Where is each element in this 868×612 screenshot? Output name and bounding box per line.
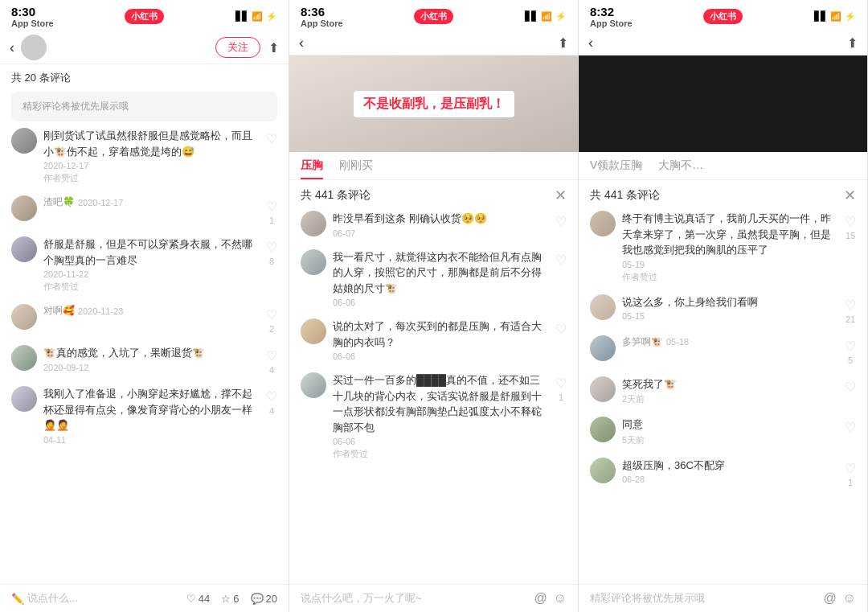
- comment-icon: 💬: [251, 593, 264, 605]
- section-header-2: 共 441 条评论 ✕: [289, 180, 578, 211]
- comment-user: 渣吧🍀 2020-12-17: [43, 195, 260, 209]
- comment-body: 买过一件一百多的████真的不值，还不如三十几块的背心内衣，实话实说舒服是舒服到…: [333, 372, 549, 460]
- follow-button[interactable]: 关注: [215, 37, 260, 58]
- battery-icon-1: ⚡: [266, 11, 277, 22]
- input-label-1: 说点什么...: [27, 591, 78, 606]
- comment-like[interactable]: ♡: [555, 249, 567, 308]
- avatar: [301, 211, 326, 236]
- tab-just-bought[interactable]: 刚刚买: [339, 152, 373, 179]
- comment-like[interactable]: ♡ 15: [845, 211, 856, 283]
- heart-icon: ♡: [845, 461, 856, 476]
- comment-like[interactable]: ♡: [555, 318, 567, 361]
- comment-input-1[interactable]: ✏️ 说点什么...: [11, 591, 174, 606]
- star-stat[interactable]: ☆ 6: [221, 593, 239, 605]
- comment-like[interactable]: ♡: [845, 417, 856, 446]
- app-store-label-3: App Store: [590, 18, 633, 28]
- comment-text: 终于有博主说真话了，我前几天买的一件，昨天拿来穿了，第一次穿，虽然我是平胸，但是…: [622, 211, 838, 258]
- comment-item: 🐮真的感觉，入坑了，果断退货🐮 2020-09-12 ♡ 4: [11, 345, 277, 375]
- comment-like[interactable]: ♡: [555, 211, 567, 238]
- comment-like[interactable]: ♡ 4: [266, 345, 277, 375]
- comment-item: 终于有博主说真话了，我前几天买的一件，昨天拿来穿了，第一次穿，虽然我是平胸，但是…: [590, 211, 856, 283]
- comment-like[interactable]: ♡: [266, 128, 277, 184]
- comment-like[interactable]: ♡ 1: [845, 458, 856, 487]
- like-count: 2: [269, 324, 274, 334]
- nav-bar-2: ‹ ⬆: [289, 31, 578, 55]
- heart-icon: ♡: [186, 593, 196, 605]
- close-button-2[interactable]: ✕: [555, 187, 567, 204]
- time-1: 8:30: [11, 5, 35, 18]
- comment-date: 05-15: [622, 311, 838, 321]
- comment-item: 对啊🥰 2020-11-23 ♡ 2: [11, 304, 277, 334]
- status-left-1: 8:30 App Store: [11, 5, 54, 28]
- comment-item: 笑死我了🐮 2天前 ♡: [590, 376, 856, 406]
- wifi-icon-1: ▋▋: [235, 11, 248, 22]
- post-image-3: [579, 55, 867, 152]
- emoji-icon-3[interactable]: ☺: [843, 591, 856, 606]
- back-button-1[interactable]: ‹: [10, 39, 14, 56]
- back-button-3[interactable]: ‹: [588, 35, 593, 51]
- comment-item: 昨没早看到这条 刚确认收货🥺🥺 06-07 ♡: [301, 211, 567, 238]
- bottom-bar-3: 精彩评论将被优先展示哦 @ ☺: [579, 584, 867, 612]
- nav-actions-1: 关注 ⬆: [215, 37, 279, 58]
- like-stat[interactable]: ♡ 44: [186, 593, 210, 605]
- avatar-1: [21, 35, 47, 60]
- share-icon-1[interactable]: ⬆: [268, 40, 279, 55]
- heart-icon: ♡: [845, 380, 856, 395]
- comment-like[interactable]: ♡ 21: [845, 294, 856, 324]
- share-icon-3[interactable]: ⬆: [847, 36, 858, 50]
- comment-text: 买过一件一百多的████真的不值，还不如三十几块的背心内衣，实话实说舒服是舒服到…: [333, 372, 549, 435]
- avatar: [301, 372, 326, 398]
- status-bar-1: 8:30 App Store 小红书 ▋▋ 📶 ⚡: [0, 0, 289, 31]
- tab-pressure[interactable]: 压胸: [301, 152, 323, 179]
- like-count: 1: [559, 392, 563, 402]
- heart-icon: ♡: [266, 348, 277, 364]
- comment-date: 05-19: [622, 260, 838, 269]
- heart-icon: ♡: [266, 131, 277, 146]
- author-liked: 作者赞过: [333, 448, 549, 460]
- time-3: 8:32: [590, 5, 614, 18]
- signal-icon-3: 📶: [830, 11, 841, 22]
- signals-3: ▋▋ 📶 ⚡: [814, 11, 856, 22]
- comment-like[interactable]: ♡ 1: [555, 372, 567, 460]
- like-count: 15: [845, 231, 855, 240]
- avatar: [590, 417, 616, 442]
- like-count: 21: [845, 314, 855, 324]
- comment-like[interactable]: ♡ 2: [266, 304, 277, 334]
- tabs-row-3: V领款压胸 大胸不…: [579, 152, 867, 180]
- comment-stat[interactable]: 💬 20: [251, 593, 277, 605]
- close-button-3[interactable]: ✕: [844, 187, 856, 204]
- back-button-2[interactable]: ‹: [299, 35, 304, 51]
- comment-item: 说这么多，你上身给我们看啊 05-15 ♡ 21: [590, 294, 856, 324]
- comment-like[interactable]: ♡ 1: [266, 195, 277, 225]
- at-icon-2[interactable]: @: [534, 591, 547, 606]
- comment-text: 昨没早看到这条 刚确认收货🥺🥺: [333, 211, 549, 227]
- avatar: [590, 335, 616, 361]
- comment-like[interactable]: ♡ 5: [845, 335, 856, 365]
- tab-big-chest[interactable]: 大胸不…: [658, 152, 703, 179]
- comment-text: 我一看尺寸，就觉得这内衣不能给但凡有点胸的人穿，按照它的尺寸，那胸都是前后不分得…: [333, 249, 549, 297]
- battery-icon-3: ⚡: [845, 11, 856, 22]
- bottom-bar-2: 说点什么吧，万一火了呢~ @ ☺: [289, 584, 578, 612]
- comment-count-3: 共 441 条评论: [590, 188, 660, 203]
- comment-date: 5天前: [622, 434, 838, 446]
- comment-text: 刚到货试了试虽然很舒服但是感觉略松，而且小🐮伤不起，穿着感觉是垮的😅: [43, 128, 260, 159]
- comment-item: 买过一件一百多的████真的不值，还不如三十几块的背心内衣，实话实说舒服是舒服到…: [301, 372, 567, 460]
- tab-v-neck[interactable]: V领款压胸: [590, 152, 642, 179]
- comment-text: 舒服是舒服，但是不可以穿紧身衣服，不然哪个胸型真的一言难尽: [43, 236, 260, 268]
- comment-like[interactable]: ♡ 8: [266, 236, 277, 293]
- heart-icon: ♡: [266, 240, 277, 255]
- share-icon-2[interactable]: ⬆: [558, 35, 568, 51]
- comment-input-placeholder-3[interactable]: 精彩评论将被优先展示哦: [590, 591, 817, 606]
- comment-item: 我一看尺寸，就觉得这内衣不能给但凡有点胸的人穿，按照它的尺寸，那胸都是前后不分得…: [301, 249, 567, 308]
- comment-like[interactable]: ♡ 4: [266, 386, 277, 445]
- avatar: [590, 458, 616, 483]
- comment-text: 超级压胸，36C不配穿: [622, 458, 838, 474]
- comment-input-placeholder-2[interactable]: 说点什么吧，万一火了呢~: [301, 591, 527, 606]
- emoji-icon-2[interactable]: ☺: [554, 591, 567, 606]
- avatar: [11, 236, 37, 262]
- at-icon-3[interactable]: @: [823, 591, 836, 606]
- comment-body: 我一看尺寸，就觉得这内衣不能给但凡有点胸的人穿，按照它的尺寸，那胸都是前后不分得…: [333, 249, 549, 308]
- comment-like[interactable]: ♡: [845, 376, 856, 406]
- comment-count-1: 共 20 条评论: [0, 64, 289, 88]
- bottom-actions-1: ♡ 44 ☆ 6 💬 20: [186, 593, 277, 605]
